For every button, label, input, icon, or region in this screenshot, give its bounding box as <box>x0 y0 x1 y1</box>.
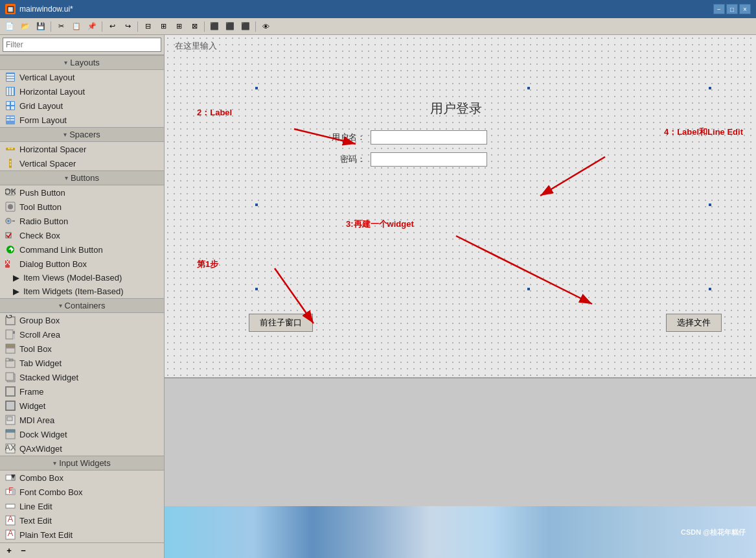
sidebar-item-grid-layout[interactable]: Grid Layout <box>0 99 164 113</box>
sidebar-item-vertical-layout[interactable]: Vertical Layout <box>0 70 164 84</box>
sidebar-item-stacked-widget[interactable]: Stacked Widget <box>0 370 164 384</box>
save-button[interactable]: 💾 <box>34 20 48 33</box>
preview-button[interactable]: 👁 <box>258 20 273 33</box>
layout-v-button[interactable]: ⊞ <box>156 20 170 33</box>
horizontal-layout-label: Horizontal Layout <box>19 87 85 97</box>
svg-rect-45 <box>6 373 14 380</box>
toolbar-sep-1 <box>51 21 51 32</box>
sidebar-item-group-box[interactable]: G Group Box <box>0 313 164 327</box>
mdi-area-icon <box>5 415 16 425</box>
sidebar-item-combo-box[interactable]: ▾ Combo Box <box>0 471 164 485</box>
layout-grid-button[interactable]: ⊞ <box>172 20 186 33</box>
sidebar-item-scroll-area[interactable]: Scroll Area <box>0 327 164 342</box>
layout-h-button[interactable]: ⊟ <box>141 20 155 33</box>
widget-sidebar: ▾ Layouts ▲ Vertical Layout Horizontal L… <box>0 35 165 558</box>
svg-rect-36 <box>6 330 13 339</box>
sidebar-item-dock-widget[interactable]: Dock Widget <box>0 427 164 441</box>
filter-box <box>0 35 164 55</box>
undo-button[interactable]: ↩ <box>105 20 119 33</box>
svg-text:↕: ↕ <box>8 158 13 167</box>
sidebar-scroll[interactable]: ▾ Layouts ▲ Vertical Layout Horizontal L… <box>0 55 164 542</box>
category-input-widgets[interactable]: ▾ Input Widgets <box>0 456 164 471</box>
image-strip-bg <box>165 506 756 558</box>
close-button[interactable]: × <box>739 4 751 14</box>
views-arrow: ▶ <box>13 273 19 283</box>
sidebar-item-check-box[interactable]: Check Box <box>0 228 164 242</box>
filter-input[interactable] <box>3 38 161 52</box>
break-layout-button[interactable]: ⊠ <box>187 20 201 33</box>
annotation-step1-text: 第1步 <box>197 259 218 269</box>
sidebar-item-vertical-spacer[interactable]: ↕ Vertical Spacer <box>0 156 164 170</box>
category-buttons[interactable]: ▾ Buttons <box>0 170 164 185</box>
sidebar-item-tool-box[interactable]: Tool Box <box>0 342 164 356</box>
password-input[interactable] <box>371 152 487 167</box>
sidebar-item-push-button[interactable]: OK Push Button <box>0 185 164 200</box>
annotation-step3-text: 3:再建一个widget <box>346 219 414 229</box>
sidebar-item-horizontal-layout[interactable]: Horizontal Layout <box>0 84 164 99</box>
username-input[interactable] <box>371 130 487 145</box>
sidebar-item-line-edit[interactable]: Line Edit <box>0 499 164 513</box>
sidebar-item-tab-widget[interactable]: Tab Widget <box>0 356 164 370</box>
sidebar-item-views[interactable]: ▶ Item Views (Model-Based) <box>0 271 164 285</box>
sidebar-item-form-layout[interactable]: Form Layout <box>0 113 164 127</box>
group-box-icon: G <box>5 315 16 325</box>
select-file-button[interactable]: 选择文件 <box>666 314 722 332</box>
add-widget-button[interactable]: + <box>3 545 16 557</box>
main-area: ▾ Layouts ▲ Vertical Layout Horizontal L… <box>0 35 756 558</box>
radio-button-label: Radio Button <box>19 216 68 226</box>
paste-button[interactable]: 📌 <box>85 20 99 33</box>
plain-text-edit-icon: A <box>5 529 16 540</box>
svg-text:X: X <box>5 259 10 267</box>
widgets-item-arrow: ▶ <box>13 286 19 296</box>
sidebar-item-qax-widget[interactable]: AX QAxWidget <box>0 441 164 456</box>
remove-widget-button[interactable]: − <box>17 545 30 557</box>
sidebar-item-dialog-button-box[interactable]: X Dialog Button Box <box>0 257 164 271</box>
toolbar-sep-4 <box>204 21 205 32</box>
username-row: 用户名： <box>326 130 586 145</box>
svg-text:A: A <box>8 515 14 524</box>
sidebar-item-command-link-button[interactable]: Command Link Button <box>0 242 164 257</box>
align-left-button[interactable]: ⬛ <box>207 20 222 33</box>
sidebar-item-text-edit[interactable]: A Text Edit <box>0 513 164 528</box>
annotation-label2-text: 2：Label <box>197 108 232 117</box>
canvas-content: 在这里输入 用户登录 用户名： <box>165 35 756 558</box>
copy-button[interactable]: 📋 <box>69 20 84 33</box>
svg-rect-59 <box>12 489 15 494</box>
selection-dot <box>527 288 530 290</box>
canvas-buttons-row: 前往子窗口 选择文件 <box>249 314 722 332</box>
vertical-spacer-label: Vertical Spacer <box>19 159 76 169</box>
sidebar-item-widget[interactable]: Widget <box>0 399 164 413</box>
login-title-text: 用户登录 <box>430 101 482 115</box>
category-layouts[interactable]: ▾ Layouts ▲ <box>0 55 164 70</box>
svg-rect-15 <box>10 117 14 118</box>
qax-widget-icon: AX <box>5 443 16 454</box>
minimize-button[interactable]: − <box>713 4 725 14</box>
command-link-icon <box>5 244 16 255</box>
tab-widget-icon <box>5 358 16 368</box>
cut-button[interactable]: ✂ <box>54 20 68 33</box>
category-spacers[interactable]: ▾ Spacers <box>0 127 164 142</box>
dock-widget-label: Dock Widget <box>19 430 67 439</box>
sidebar-item-plain-text-edit[interactable]: A Plain Text Edit <box>0 528 164 542</box>
svg-rect-60 <box>6 504 15 508</box>
maximize-button[interactable]: □ <box>726 4 738 14</box>
stacked-widget-label: Stacked Widget <box>19 373 78 382</box>
sidebar-item-radio-button[interactable]: Radio Button <box>0 214 164 228</box>
svg-rect-47 <box>6 401 15 410</box>
design-canvas[interactable]: 在这里输入 用户登录 用户名： <box>165 35 756 378</box>
sidebar-item-widgets-item[interactable]: ▶ Item Widgets (Item-Based) <box>0 285 164 298</box>
sidebar-item-tool-button[interactable]: Tool Button <box>0 200 164 214</box>
open-button[interactable]: 📂 <box>18 20 32 33</box>
new-button[interactable]: 📄 <box>3 20 17 33</box>
sidebar-item-font-combo-box[interactable]: F Font Combo Box <box>0 485 164 499</box>
align-right-button[interactable]: ⬛ <box>238 20 253 33</box>
dialog-button-icon: X <box>5 259 16 269</box>
toolbar-sep-2 <box>102 21 102 32</box>
sidebar-item-mdi-area[interactable]: MDI Area <box>0 413 164 427</box>
sidebar-item-frame[interactable]: Frame <box>0 384 164 399</box>
category-containers[interactable]: ▾ Containers <box>0 298 164 313</box>
align-center-button[interactable]: ⬛ <box>223 20 237 33</box>
goto-subwindow-button[interactable]: 前往子窗口 <box>249 314 313 332</box>
redo-button[interactable]: ↪ <box>120 20 135 33</box>
sidebar-item-horizontal-spacer[interactable]: ↔ Horizontal Spacer <box>0 142 164 156</box>
